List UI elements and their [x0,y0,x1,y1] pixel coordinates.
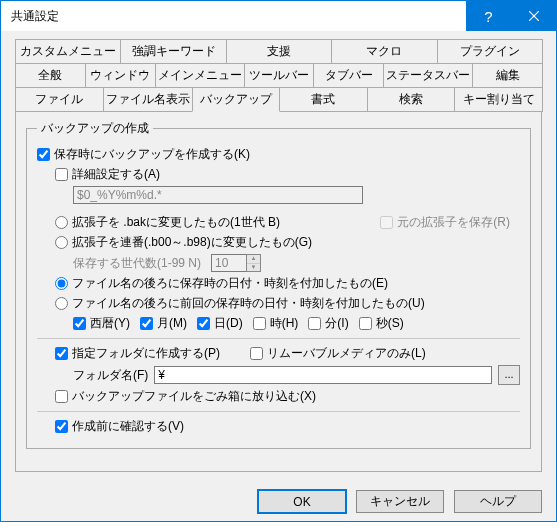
day-label: 日(D) [214,315,243,332]
backup-creation-group: バックアップの作成 保存時にバックアップを作成する(K) 詳細設定する(A) [26,120,531,449]
radio-seq-label: 拡張子を連番(.b00～.b98)に変更したもの(G) [72,234,312,251]
tab-toolbar[interactable]: ツールバー [244,64,315,88]
tab-statusbar[interactable]: ステータスバー [383,64,473,88]
tab-row-3: ファイル ファイル名表示 バックアップ 書式 検索 キー割り当て [15,88,542,112]
tab-highlight-keyword[interactable]: 強調キーワード [120,39,226,64]
detail-set-checkbox[interactable]: 詳細設定する(A) [55,166,160,183]
spin-down-icon: ▼ [247,264,260,272]
radio-bak-input[interactable] [55,216,68,229]
save-orig-ext-checkbox: 元の拡張子を保存(R) [380,214,510,231]
content-area: カスタムメニュー 強調キーワード 支援 マクロ プラグイン 全般 ウィンドウ メ… [1,31,556,482]
year-label: 西暦(Y) [90,315,130,332]
hour-label: 時(H) [270,315,299,332]
settings-window: 共通設定 ? カスタムメニュー 強調キーワード 支援 マクロ プラグイン 全般 … [0,0,557,522]
create-on-save-label: 保存時にバックアップを作成する(K) [54,146,250,163]
dest-folder-input[interactable] [55,347,68,360]
month-checkbox[interactable]: 月(M) [140,315,187,332]
minute-input[interactable] [308,317,321,330]
tab-backup[interactable]: バックアップ [192,88,281,112]
tab-edit[interactable]: 編集 [472,64,543,88]
cancel-button[interactable]: キャンセル [356,490,444,513]
tab-file[interactable]: ファイル [15,88,104,112]
tab-general[interactable]: 全般 [15,64,86,88]
second-input[interactable] [359,317,372,330]
radio-seq-input[interactable] [55,236,68,249]
hour-checkbox[interactable]: 時(H) [253,315,299,332]
separator-1 [37,338,520,339]
trash-label: バックアップファイルをごみ箱に放り込む(X) [72,388,316,405]
gen-count-spinner: ▲ ▼ [246,254,261,272]
folder-label: フォルダ名(F) [73,367,148,384]
titlebar: 共通設定 ? [1,1,556,31]
day-input[interactable] [197,317,210,330]
tab-search[interactable]: 検索 [367,88,456,112]
tab-custom-menu[interactable]: カスタムメニュー [15,39,121,64]
detail-set-label: 詳細設定する(A) [72,166,160,183]
tab-macro[interactable]: マクロ [331,39,437,64]
spin-up-icon: ▲ [247,255,260,264]
gen-count-input [211,254,247,272]
confirm-label: 作成前に確認する(V) [72,418,184,435]
create-on-save-checkbox[interactable]: 保存時にバックアップを作成する(K) [37,146,250,163]
tab-support[interactable]: 支援 [226,39,332,64]
browse-folder-button[interactable]: ... [498,365,520,385]
year-checkbox[interactable]: 西暦(Y) [73,315,130,332]
save-orig-ext-label: 元の拡張子を保存(R) [397,214,510,231]
help-titlebar-button[interactable]: ? [466,1,511,31]
group-legend: バックアップの作成 [37,120,153,137]
tab-key-assign[interactable]: キー割り当て [454,88,543,112]
radio-save-datetime-label: ファイル名の後ろに保存時の日付・時刻を付加したもの(E) [72,275,388,292]
second-label: 秒(S) [376,315,404,332]
radio-prev-datetime-label: ファイル名の後ろに前回の保存時の日付・時刻を付加したもの(U) [72,295,425,312]
second-checkbox[interactable]: 秒(S) [359,315,404,332]
tab-row-1: カスタムメニュー 強調キーワード 支援 マクロ プラグイン [15,39,542,64]
year-input[interactable] [73,317,86,330]
month-input[interactable] [140,317,153,330]
trash-input[interactable] [55,390,68,403]
detail-pattern-input [73,186,363,204]
confirm-input[interactable] [55,420,68,433]
separator-2 [37,411,520,412]
removable-only-input[interactable] [250,347,263,360]
gen-label: 保存する世代数(1-99 N) [73,255,201,272]
confirm-checkbox[interactable]: 作成前に確認する(V) [55,418,184,435]
trash-checkbox[interactable]: バックアップファイルをごみ箱に放り込む(X) [55,388,316,405]
tab-format[interactable]: 書式 [279,88,368,112]
radio-prev-datetime-input[interactable] [55,297,68,310]
folder-path-input[interactable] [154,366,492,384]
hour-input[interactable] [253,317,266,330]
help-button[interactable]: ヘルプ [454,490,542,513]
removable-only-checkbox[interactable]: リムーバブルメディアのみ(L) [250,345,426,362]
radio-bak[interactable]: 拡張子を .bakに変更したもの(1世代 B) [55,214,280,231]
tab-window[interactable]: ウィンドウ [85,64,156,88]
tab-tabbar[interactable]: タブバー [313,64,384,88]
ok-button[interactable]: OK [258,490,346,513]
day-checkbox[interactable]: 日(D) [197,315,243,332]
dest-folder-label: 指定フォルダに作成する(P) [72,345,220,362]
dest-folder-checkbox[interactable]: 指定フォルダに作成する(P) [55,345,220,362]
tab-plugin[interactable]: プラグイン [437,39,543,64]
removable-only-label: リムーバブルメディアのみ(L) [267,345,426,362]
minute-checkbox[interactable]: 分(I) [308,315,348,332]
window-title: 共通設定 [11,8,466,25]
radio-prev-datetime[interactable]: ファイル名の後ろに前回の保存時の日付・時刻を付加したもの(U) [55,295,425,312]
tab-filename-display[interactable]: ファイル名表示 [103,88,193,112]
month-label: 月(M) [157,315,187,332]
minute-label: 分(I) [325,315,348,332]
radio-save-datetime-input[interactable] [55,277,68,290]
save-orig-ext-input [380,216,393,229]
radio-seq[interactable]: 拡張子を連番(.b00～.b98)に変更したもの(G) [55,234,312,251]
radio-save-datetime[interactable]: ファイル名の後ろに保存時の日付・時刻を付加したもの(E) [55,275,388,292]
dialog-buttons: OK キャンセル ヘルプ [1,482,556,522]
tabs: カスタムメニュー 強調キーワード 支援 マクロ プラグイン 全般 ウィンドウ メ… [15,39,542,472]
tab-main-menu[interactable]: メインメニュー [155,64,245,88]
close-titlebar-button[interactable] [511,1,556,31]
create-on-save-input[interactable] [37,148,50,161]
radio-bak-label: 拡張子を .bakに変更したもの(1世代 B) [72,214,280,231]
detail-set-input[interactable] [55,168,68,181]
tab-panel-backup: バックアップの作成 保存時にバックアップを作成する(K) 詳細設定する(A) [15,112,542,472]
close-icon [529,11,539,21]
tab-row-2: 全般 ウィンドウ メインメニュー ツールバー タブバー ステータスバー 編集 [15,64,542,88]
